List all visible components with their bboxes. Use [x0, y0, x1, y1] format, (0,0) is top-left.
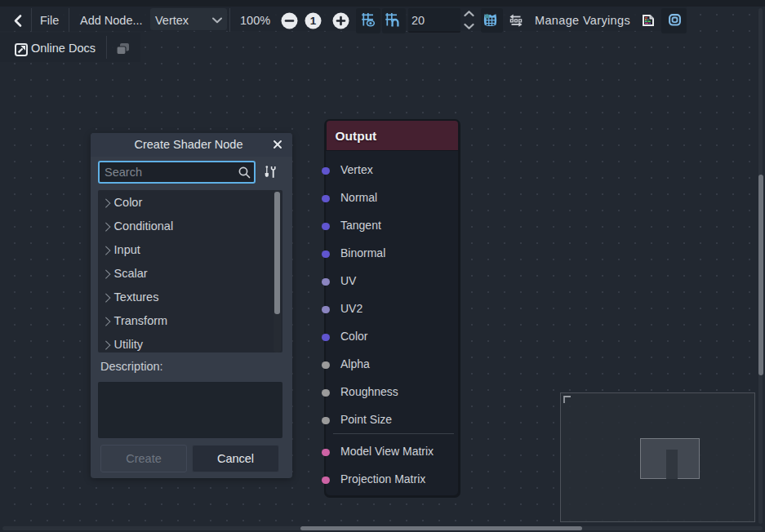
- svg-text:1: 1: [310, 15, 317, 27]
